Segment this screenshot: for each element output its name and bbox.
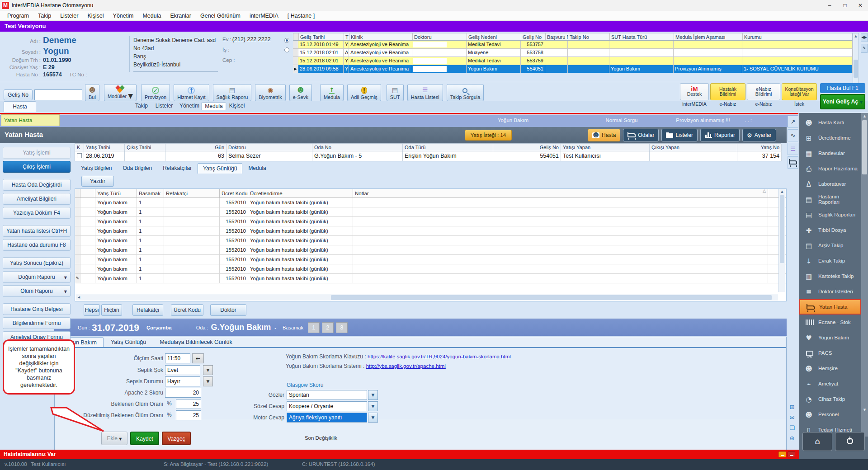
sidebar-scrollbar[interactable]: ▲▼	[861, 113, 868, 437]
home-button[interactable]: ⌂	[802, 432, 832, 451]
sidebar-item-evrak-takip[interactable]: ↓Evrak Takip	[799, 253, 861, 268]
sidebar-item-hastane-giri-belgesi[interactable]: Hastane Giriş Belgesi	[3, 303, 71, 315]
sidebar-item-pacs[interactable]: PACS	[799, 345, 861, 361]
vazgec-button[interactable]: Vazgeç	[162, 432, 191, 445]
header-button-hasta[interactable]: ☻Hasta	[588, 129, 620, 141]
filter-button-hepsi[interactable]: Hepsi	[84, 304, 100, 316]
sidebar-item-t-bbi-dosya[interactable]: ✚Tıbbi Dosya	[799, 222, 861, 238]
visits-row[interactable]: 15.12.2018 02:01AAnesteziyoloji ve Reani…	[293, 49, 853, 57]
sidebar-item-yat-i-lemi[interactable]: Yatış İşlemi	[3, 147, 71, 159]
side-tool-list-icon[interactable]: ☰	[788, 143, 798, 155]
tab-yat-g-nl[interactable]: Yatış Günlüğü	[104, 337, 152, 348]
toolbar-button-hizmet-kay-t[interactable]: ↑Hizmet Kayıt	[174, 84, 209, 101]
menu-item-genel-g-r-n-m[interactable]: Genel Görünüm	[196, 13, 245, 19]
kaydet-button[interactable]: Kaydet	[130, 432, 159, 445]
scroll-up-icon[interactable]: ▲	[853, 33, 859, 39]
basamak-button-3[interactable]: 3	[336, 322, 348, 333]
header-button-odalar[interactable]: Odalar	[623, 129, 659, 141]
toolbar-button-adli-ge-mi[interactable]: !Adli Geçmiş	[347, 84, 381, 101]
header-button-raporlar[interactable]: Raporlar	[700, 129, 740, 141]
sidebar-item-hasta-oda-de-i-tirdi[interactable]: Hasta Oda Değiştirdi	[3, 179, 71, 191]
toolbar-button-medula[interactable]: ↑Medula	[320, 84, 344, 101]
side-tool-chat-icon[interactable]: ❏	[788, 423, 797, 432]
grid-row[interactable]: Yoğun bakım11552010Yoğun bakım hasta tak…	[75, 264, 786, 274]
yeni-gelis-ac-button[interactable]: Yeni Geliş Aç ▼	[820, 94, 865, 109]
sidebar-item-ameliyat-bilgileri[interactable]: Ameliyat Bilgileri	[3, 193, 71, 205]
admission-row[interactable]: 28.06.201963Selma SezerG.Yoğun Bakım - 5…	[75, 151, 781, 161]
checkbox[interactable]	[77, 153, 82, 158]
skorlama-sistemi-link[interactable]: http://ybs.saglik.gov.tr/apache.html	[366, 363, 446, 369]
hasta-bul-button[interactable]: Hasta Bul F1	[820, 83, 865, 93]
column-resize-icon[interactable]: ◀▶	[861, 33, 868, 42]
tab-medulaya-bildirilecek-g-nl-k[interactable]: Medulaya Bildirilecek Günlük	[153, 337, 239, 348]
visits-scrollbar[interactable]: ▲	[853, 33, 859, 88]
filter-button-cret-kodu[interactable]: Ücret Kodu	[171, 304, 203, 316]
chevron-down-icon[interactable]: ▼	[203, 376, 213, 386]
sepsis-durumu-select[interactable]: Hayır	[165, 376, 200, 386]
category-label-medula[interactable]: Medula	[201, 102, 226, 110]
chevron-down-icon[interactable]: ▼	[203, 365, 213, 375]
toolbar-button-hastal-k-bildirimi[interactable]: Hastalık Bildirimi	[710, 83, 745, 100]
basamak-button-1[interactable]: 1	[308, 322, 320, 333]
grid-vscrollbar[interactable]: ▲	[778, 189, 785, 292]
menu-item-listeler[interactable]: Listeler	[56, 13, 83, 19]
toolbar-button-destek[interactable]: iMDestek	[680, 83, 709, 100]
sidebar-item-bilgilendirme-formu[interactable]: Bilgilendirme Formu	[3, 317, 71, 329]
chevron-down-icon[interactable]: ▼	[368, 390, 378, 400]
sidebar-item-cihaz-takip[interactable]: ◔Cihaz Takip	[799, 391, 861, 407]
chevron-down-icon[interactable]: ▼	[368, 401, 378, 411]
menu-item-takip[interactable]: Takip	[33, 13, 56, 19]
motor-cevap-select[interactable]: Ağrıya fleksiyon yanıtı	[287, 413, 367, 423]
grid-row[interactable]: Yoğun bakım11552010Yoğun bakım hasta tak…	[75, 207, 786, 217]
filter-button-hi-biri[interactable]: Hiçbiri	[101, 304, 122, 316]
sidebar-item-k-i-lemi[interactable]: Çıkış İşlemi	[3, 161, 71, 173]
sidebar-item-ameliyat[interactable]: ⌁Ameliyat	[799, 376, 861, 391]
sidebar-item-yatan-hasta[interactable]: Yatan Hasta	[799, 299, 861, 315]
edit-grid-icon[interactable]: ✎	[861, 44, 868, 53]
grid-row[interactable]: Yoğun bakım11552010Yoğun bakım hasta tak…	[75, 245, 786, 255]
sidebar-item-yaz-c-ya-d-k-m-f4[interactable]: Yazıcıya Döküm F4	[3, 207, 71, 219]
grid-row[interactable]: Yoğun bakım11552010Yoğun bakım hasta tak…	[75, 236, 786, 245]
power-button[interactable]	[835, 432, 865, 451]
septik-sok-select[interactable]: Evet	[165, 365, 200, 375]
scrollbar-thumb[interactable]	[854, 60, 858, 78]
menu-item-program[interactable]: Program	[3, 13, 33, 19]
tab-yat-bilgileri[interactable]: Yatış Bilgileri	[76, 163, 117, 174]
category-label-listeler[interactable]: Listeler	[152, 102, 176, 109]
olcum-saati-input[interactable]: 11:50	[165, 353, 190, 363]
sidebar-item-doktor-i-stekleri[interactable]: ≣Doktor İstekleri	[799, 284, 861, 299]
toolbar-button-biyometrik[interactable]: ◉Biyometrik	[255, 84, 285, 101]
sidebar-item-hastan-n-raporlar[interactable]: ▤Hastanın Raporları	[799, 192, 861, 207]
sidebar-item-l-m-raporu[interactable]: Ölüm Raporu▼	[3, 285, 71, 297]
tab-medula[interactable]: Medula	[243, 163, 271, 174]
side-tool-mail-icon[interactable]: ✉	[788, 413, 797, 422]
header-button-ayarlar[interactable]: ⚙Ayarlar	[742, 129, 776, 141]
sidebar-item-hem-ire[interactable]: ☻Hemşire	[799, 361, 861, 376]
category-label-y-netim[interactable]: Yönetim	[176, 102, 203, 109]
sidebar-item-do-um-raporu[interactable]: Doğum Raporu▼	[3, 271, 71, 283]
toolbar-button-sut[interactable]: ▤SUT	[387, 84, 404, 101]
yazdir-button[interactable]: Yazdır	[81, 176, 114, 187]
filter-button-refakat-i[interactable]: Refakatçi	[132, 304, 163, 316]
category-label-takip[interactable]: Takip	[132, 102, 151, 109]
side-tool-stethoscope-icon[interactable]: ∿	[788, 129, 798, 141]
side-tool-expand-icon[interactable]: ↗	[788, 116, 798, 128]
side-tool-globe-icon[interactable]: ⊕	[788, 434, 797, 443]
sidebar-item-hasta-kart[interactable]: ☻Hasta Kartı	[799, 115, 861, 130]
phone-radio-is[interactable]	[284, 47, 289, 52]
sidebar-item-randevular[interactable]: ▦Randevular	[799, 146, 861, 161]
grid-row[interactable]: Yoğun bakım11552010Yoğun bakım hasta tak…	[75, 217, 786, 226]
chevron-down-icon[interactable]: ▼	[368, 413, 378, 423]
sidebar-item-cretlendirme[interactable]: ⊞Ücretlendirme	[799, 130, 861, 146]
toolbar-button-takip-sorgula[interactable]: Takip Sorgula	[447, 84, 484, 101]
sidebar-item-rapor-haz-rlama[interactable]: ⎙Rapor Hazırlama	[799, 161, 861, 176]
grid-row[interactable]: ✎Yoğun bakım11552010Yoğun bakım hasta ta…	[75, 274, 786, 283]
minimize-button[interactable]: –	[822, 2, 837, 9]
sidebar-item-laboratuvar[interactable]: ΔLaboratuvar	[799, 176, 861, 192]
menu-item-intermedia[interactable]: interMEDIA	[245, 13, 283, 19]
sidebar-item-hastane-oda-durumu-f8[interactable]: Hastane oda durumu F8	[3, 239, 71, 251]
tab-yatan-hasta[interactable]: Yatan Hasta	[1, 114, 60, 126]
filter-button-doktor[interactable]: Doktor	[210, 304, 246, 316]
tab-oda-bilgileri[interactable]: Oda Bilgileri	[118, 163, 157, 174]
reminder-close-button[interactable]	[788, 451, 795, 457]
